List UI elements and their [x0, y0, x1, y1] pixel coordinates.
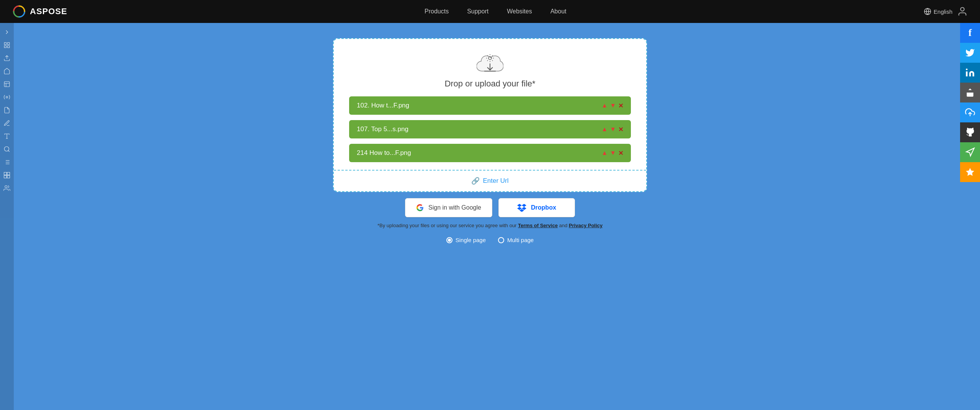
- file-item-2[interactable]: 107. Top 5...s.png ▲ ▼ ✕: [349, 120, 631, 138]
- upload-title: Drop or upload your file*: [444, 79, 535, 89]
- sidebar-item-8[interactable]: [1, 117, 13, 129]
- sidebar-item-4[interactable]: [1, 65, 13, 77]
- terms-prefix: *By uploading your files or using our se…: [377, 223, 516, 228]
- enter-url-row[interactable]: 🔗 Enter Url: [349, 171, 631, 191]
- language-button[interactable]: English: [924, 8, 952, 15]
- nav-support[interactable]: Support: [467, 8, 488, 15]
- single-page-label: Single page: [456, 237, 486, 243]
- file-item-1[interactable]: 102. How t...F.png ▲ ▼ ✕: [349, 96, 631, 115]
- file-3-delete[interactable]: ✕: [618, 150, 623, 157]
- dropbox-label: Dropbox: [531, 204, 556, 211]
- nav-about[interactable]: About: [550, 8, 567, 15]
- sidebar-item-13[interactable]: [1, 182, 13, 194]
- sidebar-item-10[interactable]: [1, 143, 13, 155]
- sidebar-item-11[interactable]: [1, 156, 13, 168]
- brand-logo[interactable]: ASPOSE: [12, 5, 67, 18]
- nav-products[interactable]: Products: [425, 8, 449, 15]
- language-label: English: [934, 8, 952, 15]
- file-1-move-up[interactable]: ▲: [601, 102, 608, 109]
- file-3-move-up[interactable]: ▲: [601, 150, 608, 156]
- sidebar-item-5[interactable]: [1, 78, 13, 90]
- sidebar-item-2[interactable]: [1, 39, 13, 51]
- sidebar-item-6[interactable]: [1, 91, 13, 103]
- svg-point-2: [960, 8, 964, 11]
- announce-button[interactable]: [960, 142, 980, 162]
- sidebar-item-3[interactable]: [1, 52, 13, 64]
- sign-in-google-button[interactable]: Sign in with Google: [405, 198, 492, 217]
- cloud-button[interactable]: [960, 102, 980, 122]
- share-button[interactable]: [960, 83, 980, 102]
- file-2-move-up[interactable]: ▲: [601, 126, 608, 133]
- dropbox-button[interactable]: Dropbox: [498, 198, 575, 217]
- share-icon: [965, 88, 975, 98]
- navbar: ASPOSE Products Support Websites About E…: [0, 0, 980, 23]
- svg-line-13: [8, 150, 9, 151]
- file-3-actions: ▲ ▼ ✕: [601, 150, 623, 157]
- file-list: 102. How t...F.png ▲ ▼ ✕ 107. Top 5...s.…: [349, 96, 631, 162]
- twitter-button[interactable]: [960, 43, 980, 63]
- svg-rect-4: [8, 42, 10, 44]
- upload-card: Drop or upload your file* 102. How t...F…: [333, 38, 647, 192]
- file-1-move-down[interactable]: ▼: [610, 102, 616, 109]
- page-mode-row: Single page Multi page: [446, 237, 534, 243]
- file-item-2-name: 107. Top 5...s.png: [357, 125, 597, 133]
- github-icon: [965, 127, 975, 137]
- single-page-radio[interactable]: [446, 237, 452, 243]
- bottom-buttons: Sign in with Google Dropbox: [405, 198, 575, 217]
- sidebar-item-1[interactable]: [1, 26, 13, 38]
- svg-line-30: [487, 55, 488, 56]
- upload-cloud-icon: [477, 53, 503, 76]
- file-1-delete[interactable]: ✕: [618, 102, 623, 109]
- globe-icon: [924, 8, 931, 15]
- facebook-button[interactable]: f: [960, 23, 980, 43]
- link-icon: 🔗: [471, 177, 480, 185]
- multi-page-option[interactable]: Multi page: [498, 237, 534, 243]
- svg-line-32: [487, 60, 488, 61]
- sidebar-item-9[interactable]: [1, 130, 13, 142]
- navbar-right: English: [924, 6, 968, 17]
- cloud-upload-icon: [965, 107, 975, 117]
- svg-point-9: [6, 96, 8, 98]
- star-button[interactable]: [960, 162, 980, 182]
- file-2-move-down[interactable]: ▼: [610, 126, 616, 133]
- linkedin-button[interactable]: [960, 63, 980, 83]
- svg-rect-20: [4, 172, 7, 175]
- nav-websites[interactable]: Websites: [507, 8, 532, 15]
- terms-and: and: [559, 223, 568, 228]
- aspose-logo-icon: [12, 5, 26, 18]
- terms-of-service-link[interactable]: Terms of Service: [518, 223, 558, 228]
- twitter-icon: [965, 48, 975, 58]
- privacy-policy-link[interactable]: Privacy Policy: [569, 223, 603, 228]
- github-button[interactable]: [960, 122, 980, 142]
- main-content: Drop or upload your file* 102. How t...F…: [0, 23, 980, 410]
- svg-rect-5: [4, 46, 6, 48]
- file-3-move-down[interactable]: ▼: [610, 150, 616, 156]
- upload-icon-area: Drop or upload your file*: [349, 53, 631, 89]
- svg-point-36: [966, 68, 967, 70]
- file-2-delete[interactable]: ✕: [618, 126, 623, 133]
- user-icon[interactable]: [957, 6, 968, 17]
- google-g-icon: [416, 204, 424, 212]
- megaphone-icon: [965, 147, 975, 157]
- file-1-actions: ▲ ▼ ✕: [601, 102, 623, 109]
- main-nav: Products Support Websites About: [425, 8, 567, 15]
- svg-rect-22: [4, 176, 7, 178]
- svg-line-33: [492, 55, 493, 56]
- brand-name: ASPOSE: [30, 7, 67, 16]
- svg-point-24: [5, 185, 7, 188]
- svg-point-0: [13, 5, 25, 18]
- single-page-option[interactable]: Single page: [446, 237, 486, 243]
- svg-rect-3: [4, 42, 6, 44]
- svg-rect-23: [7, 176, 10, 178]
- sidebar-item-7[interactable]: [1, 104, 13, 116]
- sidebar-item-12[interactable]: [1, 169, 13, 181]
- file-item-3-name: 214 How to...F.png: [357, 149, 597, 157]
- svg-rect-6: [8, 46, 10, 48]
- linkedin-icon: [965, 68, 975, 78]
- enter-url-label: Enter Url: [483, 177, 508, 185]
- terms-text: *By uploading your files or using our se…: [377, 223, 603, 228]
- multi-page-radio[interactable]: [498, 237, 504, 243]
- file-item-3[interactable]: 214 How to...F.png ▲ ▼ ✕: [349, 144, 631, 162]
- sign-in-google-label: Sign in with Google: [428, 204, 481, 211]
- facebook-icon: f: [969, 27, 972, 39]
